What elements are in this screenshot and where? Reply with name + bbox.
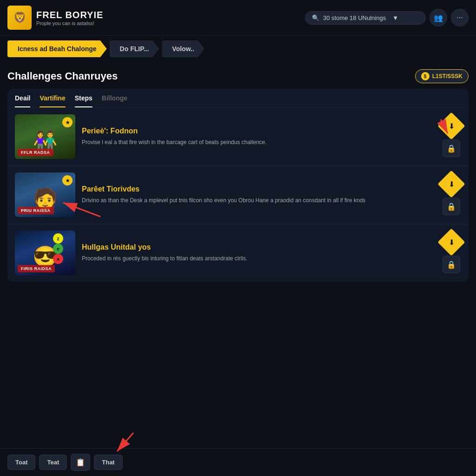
list-badge: $ L1ST/SSSK: [415, 69, 469, 83]
download-button-2[interactable]: ⬇: [437, 170, 465, 198]
thumb-badge-2: ★: [62, 175, 73, 185]
download-icon-3: ⬇: [449, 238, 455, 247]
sub-tabs: Deail Vartifine Steps Billonge: [7, 89, 469, 108]
logo-area: 🦁 FREL BORYIE Prople you can is astalss!: [7, 6, 103, 30]
lock-button-3[interactable]: 🔒: [443, 256, 460, 273]
coin-icon: $: [421, 72, 430, 80]
challenge-item-3: 😎 z e ʀ FIRIS RAIDSA Hullgas Unitdal yos…: [7, 224, 469, 282]
thumb-badge-3a: z: [53, 233, 63, 244]
nav-tabs: Icness ad Beah Chalonge Do FLIP... Volow…: [0, 36, 476, 62]
thumb-label-1: FFLR RADSA: [18, 149, 53, 156]
challenge-item: 👫 FFLR RADSA ★ Perieè': Fodnon Provise l…: [7, 108, 469, 166]
clipboard-button[interactable]: 📋: [71, 454, 90, 471]
challenge-actions-3: ⬇ 🔒: [442, 231, 461, 275]
that-button-wrapper: That: [94, 455, 122, 470]
lock-icon-1: 🔒: [447, 144, 456, 153]
thumb-label-3: FIRIS RAIDSA: [18, 265, 55, 272]
teat-button[interactable]: Teat: [39, 455, 67, 470]
sub-tab-vartifine[interactable]: Vartifine: [40, 94, 65, 107]
nav-tab-volow[interactable]: Volow..: [162, 40, 204, 57]
clipboard-icon: 📋: [76, 458, 85, 466]
nav-tab-challenges[interactable]: Icness ad Beah Chalonge: [7, 40, 107, 57]
download-button-3[interactable]: ⬇: [437, 228, 465, 256]
users-button[interactable]: 👥: [430, 9, 447, 26]
thumb-badge-1: ★: [62, 117, 73, 127]
chevron-down-icon: ▼: [392, 14, 398, 21]
users-icon: 👥: [434, 13, 443, 22]
challenge-title-2: Parêet Tiorivdes: [82, 185, 435, 193]
app-tagline: Prople you can is astalss!: [36, 20, 103, 26]
challenge-thumbnail-1: 👫 FFLR RADSA ★: [15, 114, 75, 159]
app-header: 🦁 FREL BORYIE Prople you can is astalss!…: [0, 0, 476, 36]
bottom-bar: Toat Teat 📋 That: [0, 448, 476, 476]
sub-tab-steps[interactable]: Steps: [75, 94, 93, 107]
that-button[interactable]: That: [94, 455, 122, 470]
challenge-thumbnail-3: 😎 z e ʀ FIRIS RAIDSA: [15, 231, 75, 275]
challenge-info-1: Perieè': Fodnon Provise l eal a that fir…: [82, 114, 435, 159]
logo-shield-icon: 🦁: [7, 6, 32, 30]
section-header: Challenges Chanruyes $ L1ST/SSSK: [7, 69, 469, 83]
arrow-indicator-bottom: [108, 428, 140, 456]
lock-icon-2: 🔒: [447, 202, 456, 211]
app-name: FREL BORYIE: [36, 10, 103, 20]
section-title: Challenges Chanruyes: [7, 70, 118, 82]
challenge-item-2: 🧑 PRIU RAISSA ★ Parêet Tiorivdes Drivino…: [7, 166, 469, 224]
svg-line-5: [117, 433, 133, 451]
thumb-label-2: PRIU RAISSA: [18, 207, 54, 214]
search-icon: 🔍: [312, 14, 319, 21]
download-icon-2: ⬇: [449, 180, 455, 189]
lock-button-2[interactable]: 🔒: [443, 198, 460, 215]
thumb-badge-3c: ʀ: [53, 254, 63, 264]
sub-tab-billonge[interactable]: Billonge: [102, 94, 127, 107]
download-button-1[interactable]: ⬇: [437, 112, 465, 139]
toat-button[interactable]: Toat: [7, 455, 35, 470]
badge-label: L1ST/SSSK: [432, 73, 463, 79]
nav-tab-flip[interactable]: Do FLIP...: [110, 40, 159, 57]
sub-tab-deail[interactable]: Deail: [15, 94, 30, 107]
challenge-info-2: Parêet Tiorivdes Drivino as than the Des…: [82, 172, 435, 217]
lock-button-1[interactable]: 🔒: [443, 139, 460, 157]
search-text: 30 stome 18 UNulnings: [323, 14, 386, 21]
lock-icon-3: 🔒: [447, 260, 456, 269]
challenge-title-3: Hullgas Unitdal yos: [82, 243, 435, 251]
download-icon-1: ⬇: [449, 122, 455, 131]
challenge-actions-1: ⬇ 🔒: [442, 114, 461, 159]
challenge-desc-2: Drivino as than the Desk a mplevel put t…: [82, 196, 435, 205]
logo-text: FREL BORYIE Prople you can is astalss!: [36, 10, 103, 26]
challenge-desc-1: Provise l eal a that fire wish in the ba…: [82, 138, 435, 146]
more-icon: ···: [456, 13, 463, 22]
challenge-thumbnail-2: 🧑 PRIU RAISSA ★: [15, 172, 75, 217]
main-content: Challenges Chanruyes $ L1ST/SSSK Deail V…: [0, 62, 476, 289]
more-button[interactable]: ···: [451, 9, 469, 26]
card-list: Deail Vartifine Steps Billonge 👫 FFLR RA…: [7, 89, 469, 282]
search-bar[interactable]: 🔍 30 stome 18 UNulnings ▼: [305, 11, 426, 25]
header-search-area: 🔍 30 stome 18 UNulnings ▼ 👥 ···: [305, 9, 469, 26]
challenge-desc-3: Proceded in rés guectly bis inturing to …: [82, 254, 435, 263]
challenge-title-1: Perieè': Fodnon: [82, 127, 435, 135]
challenge-info-3: Hullgas Unitdal yos Proceded in rés guec…: [82, 231, 435, 275]
thumb-badge-3b: e: [53, 244, 63, 254]
challenge-actions-2: ⬇ 🔒: [442, 172, 461, 217]
